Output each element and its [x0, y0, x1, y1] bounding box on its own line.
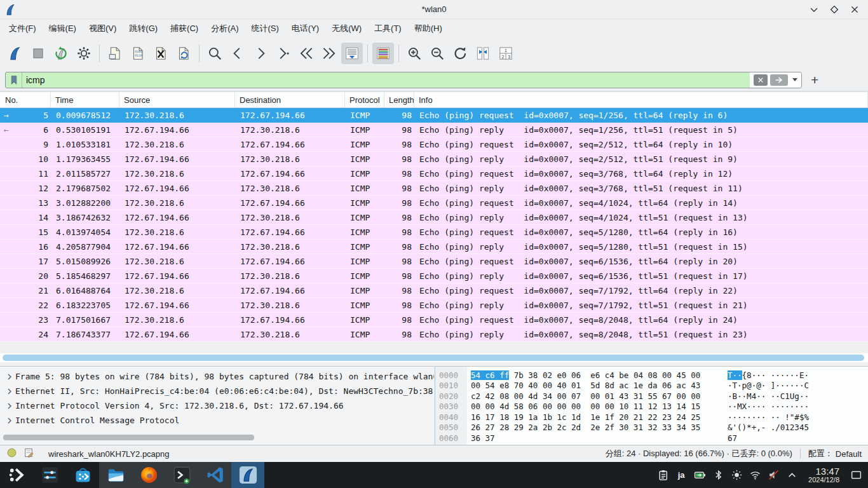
hex-ascii[interactable]: 67 — [714, 433, 737, 443]
chevron-up-icon[interactable] — [785, 468, 799, 482]
filter-bookmark-icon[interactable] — [6, 72, 22, 88]
taskbar-app-discover[interactable] — [66, 462, 99, 488]
expert-info-icon[interactable] — [6, 447, 17, 460]
column-header-time[interactable]: Time — [51, 92, 119, 107]
hex-ascii[interactable]: ········ ·· !"#$% — [714, 412, 809, 422]
go-forward-button[interactable] — [250, 43, 271, 64]
taskbar-app-app-launcher[interactable] — [0, 462, 33, 488]
taskbar-app-firefox[interactable] — [132, 462, 165, 488]
packet-row[interactable]: 154.013974054172.30.218.6172.67.194.66IC… — [0, 225, 868, 240]
save-file-button[interactable]: 01010110 — [127, 43, 149, 64]
find-packet-button[interactable] — [204, 43, 226, 64]
taskbar-app-terminal[interactable] — [165, 462, 198, 488]
volume-muted-icon[interactable] — [766, 468, 780, 482]
expand-chevron-icon[interactable] — [4, 417, 15, 424]
packet-row[interactable]: 205.185468297172.67.194.66172.30.218.6IC… — [0, 269, 868, 283]
auto-scroll-button[interactable] — [341, 43, 363, 64]
clock[interactable]: 13:472024/12/8 — [808, 466, 839, 484]
hex-bytes[interactable]: 16 17 18 19 1a 1b 1c 1d 1e 1f 20 21 22 2… — [467, 412, 714, 422]
apply-filter-button[interactable] — [770, 74, 788, 86]
packet-row[interactable]: 143.186742632172.67.194.66172.30.218.6IC… — [0, 210, 868, 225]
packet-row[interactable]: 91.010533181172.30.218.6172.67.194.66ICM… — [0, 137, 868, 152]
hex-bytes[interactable]: 26 27 28 29 2a 2b 2c 2d 2e 2f 30 31 32 3… — [467, 423, 714, 432]
packet-row[interactable]: 122.179687502172.67.194.66172.30.218.6IC… — [0, 181, 868, 196]
zoom-in-button[interactable] — [403, 43, 425, 64]
packet-row[interactable]: →50.009678512172.30.218.6172.67.194.66IC… — [0, 108, 868, 123]
packet-row[interactable]: 226.183223705172.67.194.66172.30.218.6IC… — [0, 298, 868, 313]
titlebar[interactable]: *wlan0 — [0, 0, 868, 19]
packet-row[interactable]: 133.012882200172.30.218.6172.67.194.66IC… — [0, 196, 868, 210]
detail-line-2[interactable]: Ethernet II, Src: HonHaiPrecis_c4:be:04 … — [0, 384, 434, 398]
packet-row[interactable]: ←60.530105191172.67.194.66172.30.218.6IC… — [0, 123, 868, 137]
details-hscrollbar[interactable] — [0, 435, 434, 441]
packet-row[interactable]: 175.015089926172.30.218.6172.67.194.66IC… — [0, 254, 868, 269]
menu-item-6[interactable]: 分析(A) — [205, 21, 245, 36]
hex-ascii[interactable]: ·B··M4·· ··C1Ug·· — [714, 391, 809, 401]
reload-file-button[interactable] — [173, 43, 194, 64]
wifi-icon[interactable] — [748, 468, 762, 482]
expand-chevron-icon[interactable] — [4, 374, 15, 380]
last-packet-button[interactable] — [318, 43, 340, 64]
layout-button[interactable]: 123 — [495, 43, 517, 64]
capture-comment-icon[interactable] — [24, 447, 34, 460]
hex-bytes[interactable]: 54 c6 ff 7b 38 02 e0 06 e6 c4 be 04 08 0… — [467, 370, 714, 380]
column-header-source[interactable]: Source — [119, 92, 235, 107]
add-filter-button[interactable]: + — [811, 74, 818, 86]
menu-item-8[interactable]: 电话(Y) — [285, 21, 325, 36]
hex-ascii[interactable]: ·T·p@·@· ]······C — [714, 381, 809, 390]
minimize-button[interactable] — [807, 3, 821, 17]
filter-dropdown-caret[interactable] — [792, 78, 797, 81]
menu-item-10[interactable]: 工具(T) — [368, 21, 408, 36]
column-header-info[interactable]: Info — [414, 92, 868, 107]
close-button[interactable] — [848, 3, 862, 17]
hex-bytes[interactable]: c2 42 08 00 4d 34 00 07 00 01 43 31 55 6… — [467, 391, 714, 401]
hex-ascii[interactable]: T··{8··· ······E· — [714, 370, 809, 380]
taskbar-app-vscode[interactable] — [198, 462, 231, 488]
packet-row[interactable]: 164.205877904172.67.194.66172.30.218.6IC… — [0, 240, 868, 254]
hex-bytes[interactable]: 00 00 4d 58 06 00 00 00 00 00 10 11 12 1… — [467, 402, 714, 411]
go-back-button[interactable] — [227, 43, 248, 64]
show-desktop-button[interactable] — [849, 468, 863, 482]
resize-columns-button[interactable] — [472, 43, 494, 64]
display-filter-input[interactable] — [22, 72, 750, 88]
packet-row[interactable]: 237.017501667172.30.218.6172.67.194.66IC… — [0, 313, 868, 327]
hex-bytes[interactable]: 36 37 — [467, 433, 714, 443]
profile-value[interactable]: Default — [836, 449, 862, 459]
open-file-button[interactable] — [104, 43, 126, 64]
taskbar-app-system-settings[interactable] — [33, 462, 66, 488]
menu-item-11[interactable]: 帮助(H) — [408, 21, 449, 36]
packet-row[interactable]: 247.186743377172.67.194.66172.30.218.6IC… — [0, 327, 868, 342]
packet-list-header[interactable]: No.TimeSourceDestinationProtocolLengthIn… — [0, 92, 868, 108]
detail-line-3[interactable]: Internet Protocol Version 4, Src: 172.30… — [0, 398, 434, 413]
input-method-indicator[interactable]: ja — [674, 468, 688, 482]
start-capture-button[interactable] — [4, 43, 26, 64]
brightness-icon[interactable] — [729, 468, 743, 482]
clipboard-icon[interactable] — [656, 468, 670, 482]
zoom-out-button[interactable] — [426, 43, 448, 64]
clear-filter-button[interactable] — [754, 74, 768, 86]
colorize-button[interactable] — [372, 43, 394, 64]
detail-line-4[interactable]: Internet Control Message Protocol — [0, 413, 434, 428]
menu-item-3[interactable]: 视图(V) — [83, 21, 123, 36]
battery-icon[interactable] — [693, 468, 707, 482]
zoom-reset-button[interactable] — [449, 43, 471, 64]
taskbar-app-wireshark[interactable] — [231, 462, 264, 488]
packet-row[interactable]: 216.016488764172.30.218.6172.67.194.66IC… — [0, 283, 868, 298]
go-to-packet-button[interactable] — [273, 43, 294, 64]
menu-item-5[interactable]: 捕获(C) — [164, 21, 205, 36]
menu-item-7[interactable]: 统计(S) — [245, 21, 285, 36]
packet-list-hscrollbar[interactable] — [0, 353, 868, 362]
menu-item-1[interactable]: 文件(F) — [3, 21, 43, 36]
packet-row[interactable]: 101.179363455172.67.194.66172.30.218.6IC… — [0, 152, 868, 166]
hex-dump-pane[interactable]: 000054 c6 ff 7b 38 02 e0 06 e6 c4 be 04 … — [435, 366, 868, 445]
menu-item-2[interactable]: 编辑(E) — [43, 21, 83, 36]
expand-chevron-icon[interactable] — [4, 388, 15, 395]
first-packet-button[interactable] — [295, 43, 317, 64]
restart-capture-button[interactable] — [50, 43, 72, 64]
menu-item-9[interactable]: 无线(W) — [325, 21, 368, 36]
hex-ascii[interactable]: ··MX···· ········ — [714, 402, 809, 411]
bluetooth-icon[interactable] — [711, 468, 725, 482]
packet-row[interactable]: 112.011585727172.30.218.6172.67.194.66IC… — [0, 166, 868, 181]
column-header-no[interactable]: No. — [0, 92, 51, 107]
hex-bytes[interactable]: 00 54 e8 70 40 00 40 01 5d 8d ac 1e da 0… — [467, 381, 714, 390]
